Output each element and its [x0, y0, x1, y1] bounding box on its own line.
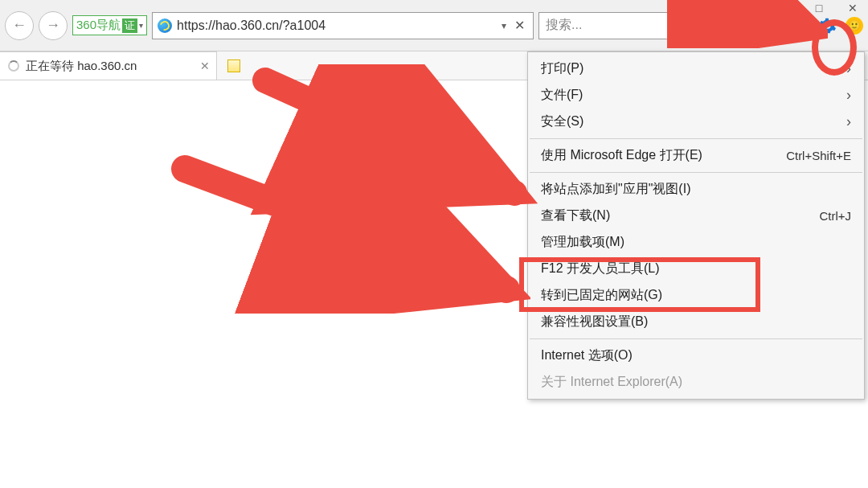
tools-menu: 打印(P) 文件(F) 安全(S) 使用 Microsoft Edge 打开(E…: [527, 51, 865, 400]
badge-dropdown-icon: ▾: [139, 21, 143, 30]
favorites-button[interactable]: [788, 14, 810, 37]
browser-tab[interactable]: 正在等待 hao.360.cn ✕: [0, 51, 217, 80]
tools-gear-button[interactable]: [817, 14, 839, 37]
menu-safety[interactable]: 安全(S): [528, 109, 864, 135]
menu-separator: [530, 138, 862, 139]
home-button[interactable]: [759, 14, 781, 37]
back-icon: ←: [12, 17, 27, 34]
site-identity-badge[interactable]: 360导航 证 ▾: [72, 15, 147, 35]
search-box[interactable]: 搜索... ▾: [538, 12, 747, 39]
svg-rect-2: [768, 26, 772, 31]
forward-icon: →: [46, 17, 60, 34]
toolbar-right-icons: 🙂: [759, 14, 863, 37]
menu-add-to-apps[interactable]: 将站点添加到"应用"视图(I): [528, 176, 864, 203]
minimize-button[interactable]: —: [778, 2, 792, 14]
menu-compat-view-settings[interactable]: 兼容性视图设置(B): [528, 309, 864, 335]
annotation-arrow-mid: [249, 64, 538, 217]
svg-line-1: [730, 27, 732, 30]
new-tab-icon: [227, 59, 240, 72]
back-button[interactable]: ←: [5, 11, 34, 40]
menu-pinned-sites[interactable]: 转到已固定的网站(G): [528, 282, 864, 309]
search-icon[interactable]: ▾: [722, 19, 740, 32]
feedback-smiley-icon[interactable]: 🙂: [845, 17, 863, 35]
new-tab-button[interactable]: [222, 51, 246, 80]
menu-file[interactable]: 文件(F): [528, 82, 864, 109]
url-text[interactable]: https://hao.360.cn/?a1004: [177, 18, 497, 33]
forward-button[interactable]: →: [39, 11, 68, 40]
menu-manage-addons[interactable]: 管理加载项(M): [528, 229, 864, 256]
close-tab-button[interactable]: ✕: [200, 59, 210, 72]
svg-line-5: [185, 169, 506, 289]
ie-logo-icon: [158, 18, 172, 33]
site-name: 360导航: [76, 18, 121, 33]
clear-address-button[interactable]: ✕: [511, 18, 528, 33]
address-bar[interactable]: https://hao.360.cn/?a1004 ▾ ✕: [152, 12, 534, 39]
cert-icon: 证: [122, 18, 137, 33]
close-window-button[interactable]: ✕: [845, 2, 860, 14]
loading-spinner-icon: [8, 60, 19, 72]
svg-line-4: [265, 80, 514, 193]
menu-separator: [530, 172, 862, 173]
search-placeholder: 搜索...: [546, 17, 582, 34]
menu-print[interactable]: 打印(P): [528, 55, 864, 82]
svg-point-0: [724, 21, 731, 27]
menu-internet-options[interactable]: Internet 选项(O): [528, 342, 864, 369]
tab-title: 正在等待 hao.360.cn: [26, 59, 137, 74]
address-dropdown-icon[interactable]: ▾: [502, 20, 506, 31]
svg-marker-3: [792, 18, 806, 32]
menu-about-ie[interactable]: 关于 Internet Explorer(A): [528, 369, 864, 396]
menu-f12-tools[interactable]: F12 开发人员工具(L): [528, 256, 864, 282]
maximize-button[interactable]: □: [812, 2, 826, 14]
window-controls: — □ ✕: [778, 2, 860, 14]
annotation-arrow-bottom: [169, 153, 530, 314]
menu-view-downloads[interactable]: 查看下载(N)Ctrl+J: [528, 203, 864, 229]
menu-separator: [530, 338, 862, 339]
browser-toolbar: ← → 360导航 证 ▾ https://hao.360.cn/?a1004 …: [0, 0, 868, 51]
menu-open-edge[interactable]: 使用 Microsoft Edge 打开(E)Ctrl+Shift+E: [528, 142, 864, 169]
